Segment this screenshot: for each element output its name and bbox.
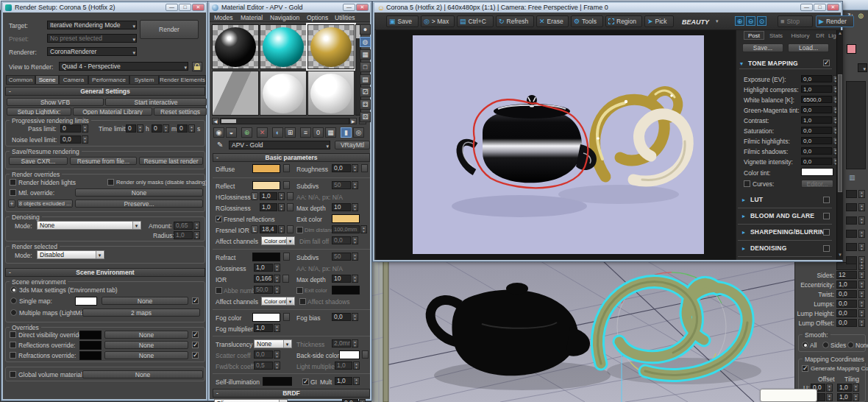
backlight-icon[interactable]: □ xyxy=(360,62,371,72)
exit-color2-swatch[interactable] xyxy=(332,286,360,295)
dim-distance-spinner[interactable] xyxy=(360,225,367,233)
brdf-type-dropdown[interactable]: Blinn xyxy=(214,399,288,402)
bloom-checkbox[interactable] xyxy=(823,213,830,219)
refract-max-depth-field[interactable]: 10 xyxy=(332,275,351,283)
open-material-library-button[interactable]: Open Material Library xyxy=(73,107,152,116)
strip-field-3[interactable] xyxy=(846,216,857,225)
render-image[interactable] xyxy=(413,35,704,254)
roughness-map-button[interactable] xyxy=(361,164,368,172)
color-swatch-pink[interactable] xyxy=(847,44,856,54)
vfb-region-button[interactable]: Region xyxy=(605,15,642,27)
scroll-thumb[interactable] xyxy=(838,74,842,192)
put-to-library-icon[interactable]: ◐ xyxy=(272,127,283,138)
objects-excluded-button[interactable]: 8 objects excluded ... xyxy=(17,200,73,208)
put-to-scene-icon[interactable]: ◒ xyxy=(226,127,237,138)
partial-dropdown[interactable] xyxy=(858,63,867,72)
perspective-viewport[interactable] xyxy=(371,259,794,402)
reflect-subdivs-spinner[interactable] xyxy=(352,181,358,189)
lumps-spinner[interactable] xyxy=(858,300,865,308)
tone-save-button[interactable]: Save... xyxy=(742,43,783,52)
close-button[interactable]: ✕ xyxy=(192,4,204,11)
target-dropdown[interactable]: Iterative Rendering Mode xyxy=(47,21,137,29)
anisotropy-spinner[interactable] xyxy=(359,399,366,402)
fresnel-ior-spinner[interactable] xyxy=(278,225,285,233)
material-slot-5[interactable] xyxy=(260,71,307,116)
multi-map-radio[interactable] xyxy=(10,309,17,316)
view-to-render-dropdown[interactable]: Quad 4 - Perspective xyxy=(59,62,188,71)
partial-icon[interactable]: ▥ xyxy=(849,174,855,181)
strip-field-1[interactable] xyxy=(846,190,857,198)
diffuse-map-button[interactable] xyxy=(283,164,290,172)
single-map-none-button[interactable]: None xyxy=(102,297,188,305)
lumps-field[interactable]: 0,0 xyxy=(836,300,857,308)
affect-channels2-dropdown[interactable]: Color only xyxy=(261,297,295,306)
menu-material[interactable]: Material xyxy=(241,14,263,21)
sharpening-checkbox[interactable] xyxy=(823,229,830,236)
color-tint-swatch[interactable] xyxy=(801,168,833,176)
only-masks-checkbox[interactable] xyxy=(107,179,114,186)
direct-override-swatch[interactable] xyxy=(79,331,102,339)
affect-channels-dropdown[interactable]: Color only xyxy=(261,236,295,245)
refract-swatch[interactable] xyxy=(252,253,280,261)
pass-limit-spinner[interactable] xyxy=(82,124,88,133)
hglossiness-lock-button[interactable]: L xyxy=(251,192,258,200)
go-to-parent-icon[interactable]: ▮ xyxy=(341,127,352,138)
mtl-override-none-button[interactable]: None xyxy=(75,188,203,197)
curves-checkbox[interactable] xyxy=(744,180,750,187)
channel-selector[interactable]: BEAUTY xyxy=(682,18,709,26)
sample-type-sphere-icon[interactable]: ● xyxy=(360,24,371,35)
brdf-rollout[interactable]: BRDF xyxy=(213,389,370,398)
vfb-tools-button[interactable]: ⚙Tools xyxy=(571,15,603,27)
reflections-override-swatch[interactable] xyxy=(79,341,102,350)
preset-dropdown[interactable]: No preset selected xyxy=(47,34,137,43)
sharpening-section[interactable]: ▸SHARPENING/BLURRING xyxy=(738,226,832,241)
lut-section[interactable]: ▸LUT xyxy=(738,194,832,208)
selfillum-mult-spinner[interactable] xyxy=(353,377,360,385)
slots-hscroll-right[interactable]: ▶ xyxy=(349,118,357,124)
panel-scrollbar[interactable]: ▲ ▼ xyxy=(836,30,843,260)
background-toggle-icon[interactable]: ◍ xyxy=(360,37,371,47)
material-slot-6[interactable] xyxy=(307,71,355,116)
diffuse-swatch[interactable] xyxy=(252,164,280,173)
maximize-button[interactable]: □ xyxy=(179,4,191,11)
rs-mode-dropdown[interactable]: Disabled xyxy=(37,250,104,259)
reflections-override-map-checkbox[interactable] xyxy=(192,342,199,348)
amount-spinner[interactable] xyxy=(193,222,200,230)
tab-dr[interactable]: DR xyxy=(814,31,827,40)
resume-from-file-button[interactable]: Resume from file... xyxy=(70,157,137,165)
mtl-override-checkbox[interactable] xyxy=(10,189,16,196)
eyedropper-icon[interactable]: ✎ xyxy=(217,141,223,149)
material-slot-4[interactable] xyxy=(212,71,259,116)
strip-spin-4[interactable] xyxy=(858,230,865,238)
fog-color-map-button[interactable] xyxy=(283,313,290,321)
abbe-field[interactable]: 50,0 xyxy=(254,286,273,294)
scroll-down-icon[interactable]: ▼ xyxy=(838,253,842,257)
roughness-spinner[interactable] xyxy=(352,164,358,172)
dim-falloff-field[interactable]: 0,0 xyxy=(332,236,351,244)
lump-height-spinner[interactable] xyxy=(858,309,865,317)
u-tiling-field[interactable]: 1,0 xyxy=(837,384,852,392)
tab-render-elements[interactable]: Render Elements xyxy=(159,75,206,85)
fog-bias-field[interactable]: 0,0 xyxy=(332,313,351,321)
save-cxr-button[interactable]: Save CXR... xyxy=(9,157,68,165)
glossiness-spinner[interactable] xyxy=(274,264,280,272)
affect-shadows-checkbox[interactable] xyxy=(299,298,306,305)
hglossiness-field[interactable]: 1,0 xyxy=(260,192,277,200)
me-minimize-button[interactable]: — xyxy=(343,4,355,11)
channel-dropdown-arrow[interactable]: ▾ xyxy=(716,18,719,24)
refractions-override-swatch[interactable] xyxy=(79,351,102,360)
show-vfb-button[interactable]: Show VFB xyxy=(7,98,104,106)
gi-checkbox[interactable] xyxy=(302,378,309,385)
reflections-override-none-button[interactable]: None xyxy=(104,341,188,349)
refract-map-button[interactable] xyxy=(283,253,290,261)
get-material-icon[interactable]: ◉ xyxy=(213,127,224,138)
time-h-spinner[interactable] xyxy=(137,124,143,133)
light-mult-spinner[interactable] xyxy=(353,362,360,370)
strip-spin-5[interactable] xyxy=(858,243,865,251)
me-close-button[interactable]: ✕ xyxy=(356,4,369,11)
exposure-field[interactable]: 0,0 xyxy=(801,75,832,82)
saturation-field[interactable]: 0,0 xyxy=(801,127,832,134)
gen-mapping-checkbox[interactable] xyxy=(802,365,808,372)
tab-post[interactable]: Post xyxy=(744,31,764,40)
reflections-override-checkbox[interactable] xyxy=(10,342,16,348)
